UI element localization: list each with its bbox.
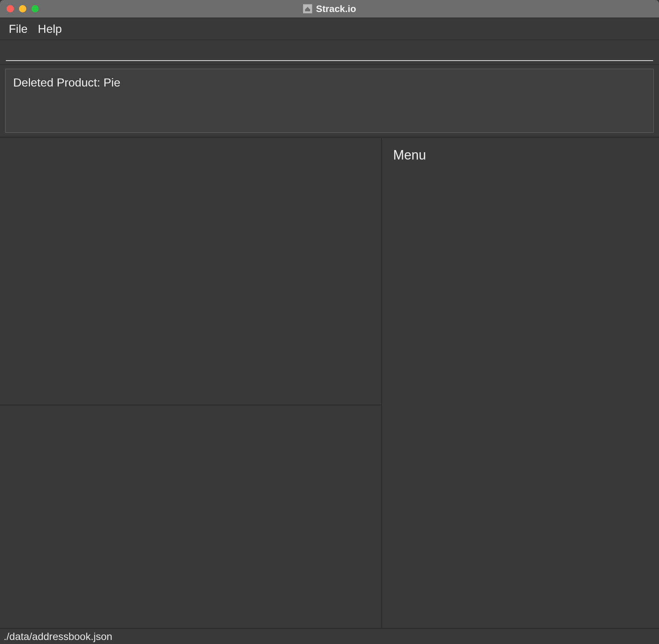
left-bottom-panel (0, 406, 381, 628)
close-window-button[interactable] (7, 5, 14, 12)
window-title: Strack.io (316, 3, 356, 15)
menubar: File Help (0, 18, 659, 40)
menu-file[interactable]: File (9, 22, 28, 36)
svg-rect-0 (304, 5, 311, 12)
title-wrap: Strack.io (0, 3, 659, 15)
titlebar: Strack.io (0, 0, 659, 18)
minimize-window-button[interactable] (19, 5, 26, 12)
message-text: Deleted Product: Pie (13, 76, 121, 89)
right-column: Menu (382, 138, 659, 628)
status-path: ./data/addressbook.json (4, 631, 112, 643)
content-area: Menu (0, 138, 659, 628)
message-panel: Deleted Product: Pie (5, 69, 654, 133)
traffic-lights (0, 5, 39, 12)
command-row (0, 40, 659, 65)
message-panel-wrap: Deleted Product: Pie (0, 65, 659, 138)
app-window: Strack.io File Help Deleted Product: Pie… (0, 0, 659, 644)
maximize-window-button[interactable] (31, 5, 39, 12)
app-icon (303, 4, 312, 14)
left-top-panel (0, 138, 381, 406)
command-input[interactable] (6, 43, 653, 61)
left-column (0, 138, 382, 628)
statusbar: ./data/addressbook.json (0, 628, 659, 644)
menu-help[interactable]: Help (38, 22, 62, 36)
right-panel-heading: Menu (393, 147, 648, 163)
